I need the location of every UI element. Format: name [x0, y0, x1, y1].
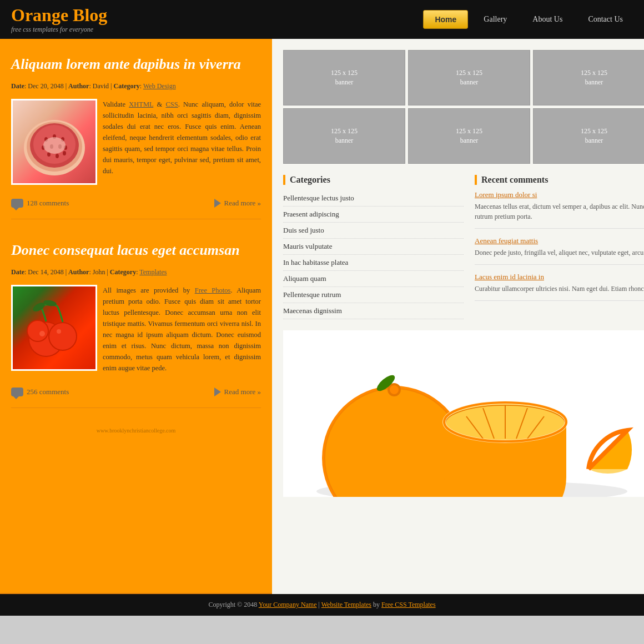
post-1-read-more[interactable]: Read more » — [214, 199, 261, 208]
post-1: Aliquam lorem ante dapibus in viverra Da… — [11, 50, 261, 219]
post-2-category-label: Category — [110, 268, 136, 276]
post-2-read-more[interactable]: Read more » — [214, 388, 261, 396]
left-column: Aliquam lorem ante dapibus in viverra Da… — [0, 39, 272, 594]
post-2-text: All images are provided by Free Photos. … — [103, 285, 261, 374]
post-2-author-label: Author — [68, 268, 89, 276]
svg-point-31 — [390, 385, 399, 394]
orange-hero-image — [283, 330, 644, 497]
banner-1[interactable]: 125 x 125banner — [283, 50, 405, 105]
category-item[interactable]: Pellentesque lectus justo — [283, 190, 464, 207]
post-2-category[interactable]: Templates — [139, 268, 167, 276]
watermark: www.brooklynchristiancollege.com — [11, 425, 261, 434]
post-1-category[interactable]: Web Design — [143, 82, 176, 90]
svg-point-18 — [49, 323, 76, 350]
post-2-meta: Date: Dec 14, 2048 | Author: John | Cate… — [11, 268, 261, 276]
css-link[interactable]: CSS — [165, 100, 178, 108]
main-wrapper: Aliquam lorem ante dapibus in viverra Da… — [0, 39, 644, 594]
category-item[interactable]: In hac habitasse platea — [283, 255, 464, 271]
comment-2-text: Donec pede justo, fringilla vel, aliquet… — [475, 248, 644, 258]
banners-grid: 125 x 125banner 125 x 125banner 125 x 12… — [283, 50, 644, 164]
post-1-title: Aliquam lorem ante dapibus in viverra — [11, 50, 261, 76]
footer-templates-link[interactable]: Website Templates — [321, 601, 371, 608]
svg-point-14 — [43, 137, 66, 154]
svg-point-13 — [63, 151, 66, 155]
comment-bubble-icon — [11, 199, 23, 208]
footer-by: by — [373, 601, 380, 608]
comment-1: Lorem ipsum dolor si Maecenas tellus era… — [475, 190, 644, 229]
banner-6[interactable]: 125 x 125banner — [533, 108, 644, 164]
post-2-comments-count: 256 comments — [27, 388, 69, 396]
comments-column: Recent comments Lorem ipsum dolor si Mae… — [475, 175, 644, 319]
comment-2-link[interactable]: Aenean feugiat mattis — [475, 237, 644, 245]
post-1-content: Validate XHTML & CSS. Nunc aliquam, dolo… — [11, 99, 261, 185]
post-1-footer: 128 comments Read more » — [11, 193, 261, 208]
comment-3-link[interactable]: Lacus enim id lacinia in — [475, 273, 644, 281]
category-list: Pellentesque lectus justo Praesent adipi… — [283, 190, 464, 319]
post-1-comments-count: 128 comments — [27, 199, 69, 208]
post-1-author: David — [93, 82, 109, 90]
post-2-footer: 256 comments Read more » — [11, 382, 261, 396]
post-2-date-label: Date — [11, 268, 24, 276]
post-2-comments: 256 comments — [11, 388, 69, 396]
svg-point-12 — [56, 154, 59, 158]
categories-title: Categories — [283, 175, 464, 185]
banner-2[interactable]: 125 x 125banner — [408, 50, 530, 105]
about-nav-link[interactable]: About Us — [522, 11, 572, 28]
svg-point-24 — [57, 329, 61, 334]
post-2-author: John — [93, 268, 105, 276]
category-item[interactable]: Maecenas dignissim — [283, 303, 464, 319]
free-photos-link[interactable]: Free Photos — [195, 286, 231, 294]
category-item[interactable]: Duis sed justo — [283, 223, 464, 239]
comment-1-link[interactable]: Lorem ipsum dolor si — [475, 190, 644, 199]
footer: Copyright © 2048 Your Company Name | Web… — [0, 594, 644, 616]
gallery-nav-link[interactable]: Gallery — [474, 11, 517, 28]
post-1-text: Validate XHTML & CSS. Nunc aliquam, dolo… — [103, 99, 261, 185]
play-icon-2 — [214, 388, 221, 396]
post-1-date: Dec 20, 2048 — [28, 82, 63, 90]
post-2-date: Dec 14, 2048 — [28, 268, 63, 276]
post-2-content: All images are provided by Free Photos. … — [11, 285, 261, 374]
post-2-image — [11, 285, 97, 371]
xhtml-link[interactable]: XHTML — [129, 100, 153, 108]
banner-4[interactable]: 125 x 125banner — [283, 108, 405, 164]
banner-5[interactable]: 125 x 125banner — [408, 108, 530, 164]
home-nav-button[interactable]: Home — [423, 10, 468, 29]
post-1-comments: 128 comments — [11, 199, 69, 208]
post-1-category-label: Category — [114, 82, 140, 90]
navigation: Home Gallery About Us Contact Us — [423, 10, 633, 29]
svg-point-20 — [28, 321, 48, 341]
post-1-meta: Date: Dec 20, 2048 | Author: David | Cat… — [11, 82, 261, 90]
comment-3: Lacus enim id lacinia in Curabitur ullam… — [475, 273, 644, 301]
post-1-date-label: Date — [11, 82, 24, 90]
category-item[interactable]: Aliquam quam — [283, 271, 464, 287]
post-2-title: Donec consequat lacus eget accumsan — [11, 236, 261, 261]
footer-company-link[interactable]: Your Company Name — [259, 601, 317, 608]
header: Orange Blog free css templates for every… — [0, 0, 644, 39]
footer-css-link[interactable]: Free CSS Templates — [381, 601, 436, 608]
right-column: 125 x 125banner 125 x 125banner 125 x 12… — [272, 39, 644, 594]
comments-title: Recent comments — [475, 175, 644, 185]
banner-3[interactable]: 125 x 125banner — [533, 50, 644, 105]
category-item[interactable]: Pellentesque rutrum — [283, 287, 464, 303]
logo-subtitle: free css templates for everyone — [11, 26, 107, 34]
post-1-read-more-label: Read more » — [224, 199, 261, 208]
footer-copyright: Copyright © 2048 — [208, 601, 257, 608]
sidebar-columns: Categories Pellentesque lectus justo Pra… — [283, 175, 644, 319]
comment-1-text: Maecenas tellus erat, dictum vel semper … — [475, 202, 644, 222]
logo-title: Orange Blog — [11, 5, 107, 26]
comment-bubble-icon-2 — [11, 388, 23, 396]
post-2: Donec consequat lacus eget accumsan Date… — [11, 236, 261, 408]
play-icon — [214, 199, 221, 208]
comment-3-text: Curabitur ullamcorper ultricies nisi. Na… — [475, 284, 644, 294]
post-1-author-label: Author — [68, 82, 89, 90]
comment-2: Aenean feugiat mattis Donec pede justo, … — [475, 237, 644, 265]
contact-nav-link[interactable]: Contact Us — [578, 11, 633, 28]
category-item[interactable]: Mauris vulputate — [283, 239, 464, 255]
category-item[interactable]: Praesent adipiscing — [283, 207, 464, 223]
categories-column: Categories Pellentesque lectus justo Pra… — [283, 175, 464, 319]
post-2-read-more-label: Read more » — [224, 388, 261, 396]
post-1-image — [11, 99, 97, 185]
svg-point-23 — [39, 331, 45, 336]
logo: Orange Blog free css templates for every… — [11, 5, 107, 34]
